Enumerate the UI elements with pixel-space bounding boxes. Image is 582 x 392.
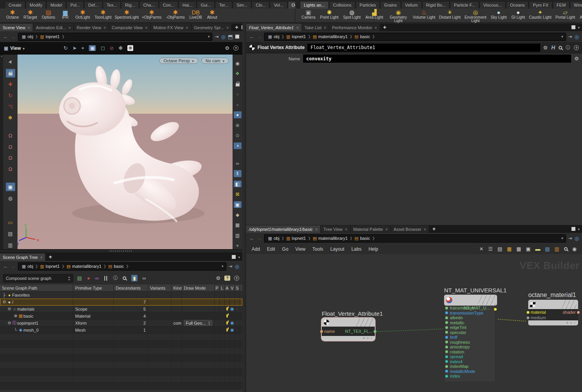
col-header-drawmode[interactable]: Draw Mode [182, 285, 215, 291]
breadcrumb-item[interactable]: ▤materiallibrary1 [311, 236, 350, 241]
pane-split-icon[interactable] [232, 255, 236, 259]
menu-item[interactable]: Tools [312, 246, 323, 252]
shelf-tool[interactable]: ✱ +ObjParms [139, 9, 164, 22]
active-flag-icon[interactable] [226, 307, 228, 311]
input-port[interactable] [445, 316, 448, 319]
box-zoom-icon[interactable]: ◻ [101, 45, 105, 51]
shelf-tab[interactable]: Create [5, 1, 25, 9]
grid-snap-icon[interactable]: ▦ [516, 246, 521, 252]
pin-icon[interactable] [215, 34, 219, 39]
path-dropdown-icon[interactable] [561, 35, 564, 39]
material-input-row[interactable]: brdf [444, 335, 495, 340]
menu-item[interactable]: Add [252, 246, 260, 252]
stop-render-icon[interactable]: ⊘ [109, 45, 114, 51]
col-header-descendants[interactable]: Descendants [114, 285, 148, 291]
path-dropdown-icon[interactable] [222, 264, 224, 268]
output-port-shader[interactable] [577, 311, 580, 314]
path-dropdown-icon[interactable] [208, 35, 211, 39]
houdini-help-icon[interactable]: H [551, 44, 555, 51]
node-header[interactable] [444, 295, 497, 306]
node-header[interactable] [322, 318, 375, 327]
shelf-tool[interactable]: ✱ SpectronLight [114, 9, 139, 22]
path-dropdown-icon[interactable] [561, 236, 564, 240]
pane-split-icon[interactable] [571, 227, 575, 231]
pane-tab[interactable]: Take List [302, 24, 330, 31]
table-row-materials[interactable]: ⊖○materials Scope5 [0, 306, 242, 313]
breadcrumb-item[interactable]: ▥lopnet1 [38, 264, 62, 269]
breadcrumb-item[interactable]: ▦obj [20, 34, 35, 39]
shelf-tab[interactable]: Lights an... [300, 1, 329, 9]
shelf-tab[interactable]: Particles [356, 1, 380, 9]
snap-grid-icon[interactable]: Ω [6, 131, 15, 140]
shelf-tool[interactable]: ✱ RTarget [21, 9, 39, 22]
settings-gear-icon[interactable] [216, 275, 220, 281]
node-header[interactable] [528, 300, 578, 309]
shelf-tab[interactable]: Clo... [252, 1, 270, 9]
menu-item[interactable]: Layout [330, 246, 344, 252]
shelf-tool[interactable]: ▣ Camera [299, 9, 318, 22]
shelf-tab[interactable]: Modify [26, 1, 46, 9]
material-input-row[interactable]: albedo [444, 315, 495, 320]
shelf-tool[interactable]: ◎ Environment Light [462, 9, 488, 22]
graph-mode-select[interactable]: Composed scene graph▲▼ [3, 274, 73, 283]
pane-tab[interactable]: Geometry Spr... [191, 24, 232, 31]
splitter-grip[interactable] [109, 250, 133, 252]
pane-maximize-icon[interactable] [235, 35, 239, 39]
col-header-v[interactable]: V [230, 285, 235, 291]
pane-tab[interactable]: Scene View [0, 24, 33, 31]
input-port[interactable] [445, 375, 448, 378]
info-icon[interactable] [566, 44, 570, 51]
back-button[interactable]: ← [3, 34, 8, 40]
tab-close-icon[interactable] [68, 24, 71, 31]
spray-icon[interactable]: ✻ [118, 45, 123, 51]
menu-item[interactable]: View [295, 246, 305, 252]
menu-item[interactable]: Go [282, 246, 288, 252]
menu-item[interactable]: Labs [351, 246, 362, 252]
shelf-tab[interactable]: Pol... [66, 1, 84, 9]
shelf-tab[interactable]: Vellum [401, 1, 422, 9]
tab-close-icon[interactable] [324, 24, 326, 31]
material-input-row[interactable]: index [444, 374, 495, 379]
tab-close-icon[interactable] [315, 226, 317, 233]
active-flag-icon[interactable] [226, 328, 228, 332]
camera-tool-icon[interactable]: ▣ [6, 183, 15, 191]
tab-close-icon[interactable] [226, 24, 229, 31]
shelf-tab[interactable]: Con... [159, 1, 178, 9]
link-group-icon[interactable] [235, 264, 239, 269]
shelf-tool[interactable]: ♨ Volume Light [411, 9, 437, 22]
visibility-icon[interactable]: ◉ [572, 246, 577, 252]
hover-glasses-icon[interactable]: ∞ [143, 275, 146, 281]
shelf-tab[interactable]: Particle F... [450, 1, 479, 9]
col-header-kind[interactable]: Kind [171, 285, 182, 291]
shelf-tab[interactable]: Wires [570, 1, 582, 9]
path-field[interactable]: ▦obj ❯ ▥lopnet1 ❯ ▤materiallibrary1 ❯ ▤b… [18, 262, 226, 271]
shelf-tab[interactable]: Model [46, 1, 66, 9]
node-nt-mat-universal[interactable]: NT_MAT_UNIVERSAL1 NT_MAT_U... transmissi… [444, 287, 497, 381]
breadcrumb-item[interactable]: ▦obj [20, 264, 35, 269]
snap-point-icon[interactable]: Ω [6, 154, 15, 162]
pin-icon[interactable] [568, 34, 572, 39]
input-port[interactable] [445, 346, 448, 348]
network-canvas[interactable]: VEX Builder Float_Vertex_Attribute1 name… [246, 254, 582, 392]
shelf-tool[interactable]: ✱ OctLight [73, 9, 92, 22]
material-input-row[interactable]: anisotropy [444, 345, 495, 350]
menu-item[interactable]: Edit [267, 246, 275, 252]
context-help-icon[interactable]: ? [224, 276, 230, 281]
pause-render-icon[interactable]: ‖ [234, 170, 242, 177]
shelf-tab[interactable]: Ter... [215, 1, 232, 9]
collapse-icon[interactable]: ⊖ [2, 299, 7, 304]
material-input-row[interactable]: metallic [444, 320, 495, 325]
input-port[interactable] [445, 341, 448, 343]
tab-close-icon[interactable] [296, 24, 298, 31]
tools-wrench-icon[interactable]: ✕ [479, 246, 483, 252]
pane-tab-add-button[interactable]: + [380, 23, 390, 31]
back-button[interactable]: ← [3, 264, 8, 269]
tab-close-icon[interactable] [40, 254, 42, 261]
shelf-tab[interactable]: Pyro FX [529, 1, 552, 9]
forward-button[interactable]: → [11, 34, 16, 40]
viewport-stowbar[interactable]: ▴ [0, 54, 3, 249]
node-octane-material[interactable]: octane_material1 material shader medium … [528, 292, 578, 325]
tab-close-icon[interactable] [28, 24, 30, 31]
table-row-favorites[interactable]: ├●Favorites [0, 292, 242, 299]
select-arrow-icon[interactable]: ➤ [4, 56, 16, 68]
